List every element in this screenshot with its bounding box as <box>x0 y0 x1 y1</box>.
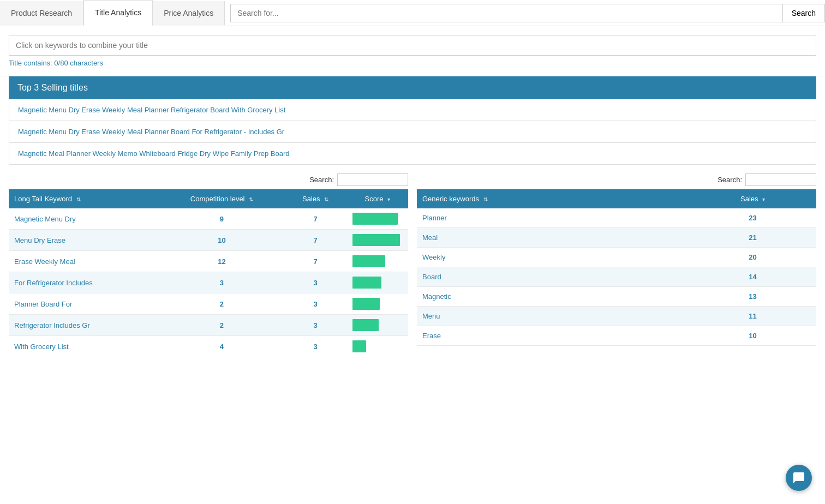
keyword-cell: With Grocery List <box>9 336 159 357</box>
generic-table: Generic keywords ⇅ Sales ▾ Planner23Meal… <box>417 189 816 346</box>
table-row[interactable]: Planner23 <box>417 208 816 228</box>
sales-cell: 3 <box>284 336 347 357</box>
table-row[interactable]: Menu11 <box>417 307 816 326</box>
top-selling-item-3[interactable]: Magnetic Meal Planner Weekly Memo Whiteb… <box>9 143 816 165</box>
table-row[interactable]: Planner Board For23 <box>9 293 408 315</box>
generic-table-header: Generic keywords ⇅ Sales ▾ <box>417 189 816 208</box>
table-row[interactable]: For Refrigerator Includes33 <box>9 272 408 293</box>
title-input[interactable] <box>9 35 816 56</box>
generic-keyword-cell: Weekly <box>417 248 689 267</box>
table-row[interactable]: Erase10 <box>417 326 816 346</box>
table-row[interactable]: Board14 <box>417 267 816 287</box>
col-competition[interactable]: Competition level ⇅ <box>159 189 284 208</box>
competition-cell: 10 <box>159 230 284 251</box>
search-button[interactable]: Search <box>783 4 825 22</box>
generic-sales-cell: 23 <box>689 208 816 228</box>
generic-keyword-cell: Planner <box>417 208 689 228</box>
col-generic-keyword[interactable]: Generic keywords ⇅ <box>417 189 689 208</box>
long-tail-table: Long Tail Keyword ⇅ Competition level ⇅ … <box>9 189 408 357</box>
generic-table-section: Search: Generic keywords ⇅ Sales ▾ Plann… <box>417 173 816 357</box>
sales-cell: 3 <box>284 293 347 315</box>
sales-cell: 3 <box>284 272 347 293</box>
top-selling-item-2[interactable]: Magnetic Menu Dry Erase Weekly Meal Plan… <box>9 121 816 143</box>
long-tail-search-row: Search: <box>9 173 408 186</box>
table-row[interactable]: Menu Dry Erase107 <box>9 230 408 251</box>
table-row[interactable]: Erase Weekly Meal127 <box>9 251 408 272</box>
sales-cell: 7 <box>284 230 347 251</box>
title-input-area: Title contains: 0/80 characters <box>0 26 825 76</box>
long-tail-search-input[interactable] <box>337 173 408 186</box>
competition-cell: 4 <box>159 336 284 357</box>
sales-cell: 7 <box>284 208 347 230</box>
long-tail-table-header: Long Tail Keyword ⇅ Competition level ⇅ … <box>9 189 408 208</box>
sort-icon-generic-sales: ▾ <box>762 196 765 202</box>
sort-icon-keyword: ⇅ <box>76 196 81 202</box>
generic-keyword-cell: Erase <box>417 326 689 346</box>
generic-keyword-cell: Board <box>417 267 689 287</box>
sales-cell: 3 <box>284 315 347 336</box>
col-score[interactable]: Score ▾ <box>347 189 408 208</box>
top-selling-section: Top 3 Selling titles Magnetic Menu Dry E… <box>9 76 816 165</box>
generic-sales-cell: 21 <box>689 228 816 248</box>
generic-sales-cell: 11 <box>689 307 816 326</box>
sort-icon-generic-keyword: ⇅ <box>483 196 488 202</box>
generic-search-input[interactable] <box>745 173 816 186</box>
score-cell <box>347 230 408 251</box>
top-selling-header: Top 3 Selling titles <box>9 76 816 99</box>
generic-sales-cell: 10 <box>689 326 816 346</box>
sort-icon-score: ▾ <box>387 196 390 202</box>
generic-keyword-cell: Meal <box>417 228 689 248</box>
sales-cell: 7 <box>284 251 347 272</box>
table-row[interactable]: Magnetic Menu Dry97 <box>9 208 408 230</box>
tables-area: Search: Long Tail Keyword ⇅ Competition … <box>0 173 825 366</box>
tab-title-analytics[interactable]: Title Analytics <box>83 0 153 26</box>
title-char-count: Title contains: 0/80 characters <box>9 59 816 67</box>
search-input[interactable] <box>230 4 782 22</box>
generic-search-label: Search: <box>718 176 742 184</box>
generic-keyword-cell: Menu <box>417 307 689 326</box>
competition-cell: 9 <box>159 208 284 230</box>
table-row[interactable]: Meal21 <box>417 228 816 248</box>
competition-cell: 12 <box>159 251 284 272</box>
competition-cell: 2 <box>159 315 284 336</box>
long-tail-table-section: Search: Long Tail Keyword ⇅ Competition … <box>9 173 408 357</box>
generic-search-row: Search: <box>417 173 816 186</box>
keyword-cell: For Refrigerator Includes <box>9 272 159 293</box>
generic-sales-cell: 14 <box>689 267 816 287</box>
score-cell <box>347 293 408 315</box>
long-tail-search-label: Search: <box>309 176 334 184</box>
keyword-cell: Erase Weekly Meal <box>9 251 159 272</box>
competition-cell: 2 <box>159 293 284 315</box>
col-generic-sales[interactable]: Sales ▾ <box>689 189 816 208</box>
table-row[interactable]: With Grocery List43 <box>9 336 408 357</box>
table-row[interactable]: Magnetic13 <box>417 287 816 307</box>
score-cell <box>347 315 408 336</box>
table-row[interactable]: Refrigerator Includes Gr23 <box>9 315 408 336</box>
tab-price-analytics[interactable]: Price Analytics <box>153 1 225 25</box>
col-keyword[interactable]: Long Tail Keyword ⇅ <box>9 189 159 208</box>
tab-product-research[interactable]: Product Research <box>0 1 83 25</box>
keyword-cell: Menu Dry Erase <box>9 230 159 251</box>
col-sales[interactable]: Sales ⇅ <box>284 189 347 208</box>
sort-icon-sales: ⇅ <box>324 196 328 202</box>
score-cell <box>347 336 408 357</box>
keyword-cell: Planner Board For <box>9 293 159 315</box>
top-navigation: Product Research Title Analytics Price A… <box>0 0 825 26</box>
generic-keyword-cell: Magnetic <box>417 287 689 307</box>
table-row[interactable]: Weekly20 <box>417 248 816 267</box>
search-bar-nav: Search <box>230 4 825 22</box>
sort-icon-competition: ⇅ <box>249 196 253 202</box>
top-selling-item-1[interactable]: Magnetic Menu Dry Erase Weekly Meal Plan… <box>9 99 816 121</box>
keyword-cell: Refrigerator Includes Gr <box>9 315 159 336</box>
score-cell <box>347 208 408 230</box>
keyword-cell: Magnetic Menu Dry <box>9 208 159 230</box>
generic-sales-cell: 20 <box>689 248 816 267</box>
generic-sales-cell: 13 <box>689 287 816 307</box>
competition-cell: 3 <box>159 272 284 293</box>
score-cell <box>347 251 408 272</box>
score-cell <box>347 272 408 293</box>
